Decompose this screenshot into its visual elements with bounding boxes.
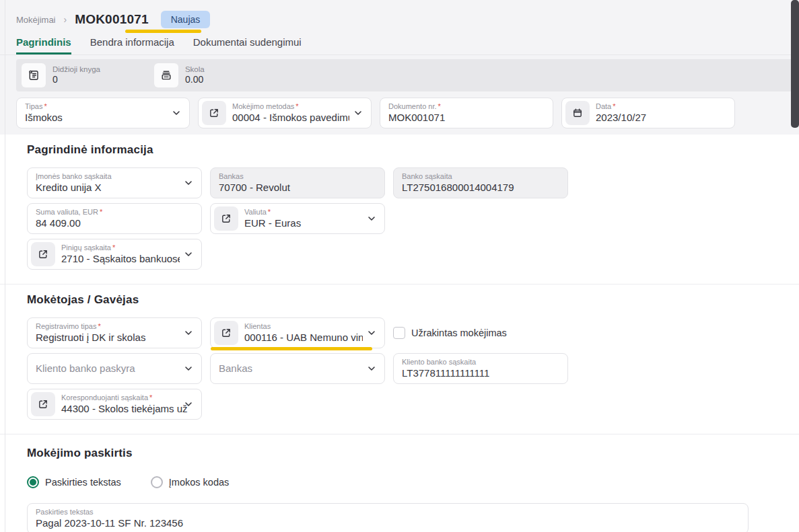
- summary-item-debt[interactable]: Skola 0.00: [154, 63, 205, 87]
- field-label: Mokėjimo metodas*: [232, 102, 349, 111]
- radio-imokos-kodas[interactable]: Įmokos kodas: [151, 476, 229, 488]
- field-label: Tipas*: [25, 102, 168, 111]
- tipas-select[interactable]: Tipas* Išmokos: [16, 98, 190, 128]
- pinigu-saskaita-select[interactable]: Pinigų sąskaita* 2710 - Sąskaitos bankuo…: [27, 239, 202, 270]
- dokumento-nr-input[interactable]: Dokumento nr.* MOK001071: [380, 98, 553, 128]
- scrollbar-thumb[interactable]: [791, 0, 799, 128]
- field-value: EUR - Euras: [244, 217, 363, 230]
- field-value: 44300 - Skolos tiekėjams už prekė: [61, 402, 188, 416]
- summary-bar: Didžioji knyga 0 Skola 0.00: [16, 59, 799, 91]
- valiuta-select[interactable]: Valiuta* EUR - Euras: [210, 203, 385, 234]
- field-value: 000116 - UAB Nemuno vingis: [244, 331, 363, 344]
- radio-paskirties-tekstas[interactable]: Paskirties tekstas: [27, 476, 121, 488]
- checkbox-icon[interactable]: [393, 327, 405, 339]
- suma-valiuta-input[interactable]: Suma valiuta, EUR* 84 409.00: [27, 203, 202, 234]
- imones-banko-saskaita-select[interactable]: Įmonės banko sąskaita Kredito unija X: [27, 167, 202, 198]
- kliento-banko-saskaita-input[interactable]: Kliento banko sąskaita LT377811111111111: [393, 353, 568, 384]
- field-label: Įmonės banko sąskaita: [36, 172, 180, 181]
- field-value: 84 409.00: [36, 217, 193, 230]
- printer-icon: [154, 63, 178, 87]
- chevron-down-icon: [184, 178, 193, 188]
- radio-label: Paskirties tekstas: [45, 477, 121, 488]
- summary-value: 0: [53, 74, 100, 86]
- klientas-select[interactable]: Klientas 000116 - UAB Nemuno vingis: [210, 317, 385, 348]
- section-mokejimo-paskirtis: Mokėjimo paskirtis Paskirties tekstas Įm…: [0, 434, 799, 532]
- field-label: Valiuta*: [244, 207, 363, 217]
- tab-bendra-informacija[interactable]: Bendra informacija: [90, 36, 174, 54]
- section-title: Pagrindinė informacija: [27, 143, 783, 157]
- form-content: Pagrindinė informacija Įmonės banko sąsk…: [0, 135, 799, 532]
- external-link-icon[interactable]: [31, 242, 55, 266]
- field-value: Registruoti į DK ir skolas: [36, 331, 180, 344]
- field-value: LT377811111111111: [402, 367, 559, 380]
- mokejimo-metodas-select[interactable]: Mokėjimo metodas* 00004 - Išmokos pavedi…: [198, 98, 372, 128]
- field-value: Pagal 2023-10-11 SF Nr. 123456: [36, 517, 740, 530]
- field-label: Banko sąskaita: [402, 172, 559, 181]
- summary-item-ledger[interactable]: Didžioji knyga 0: [22, 63, 100, 87]
- external-link-icon[interactable]: [31, 392, 55, 416]
- section-pagrindine-informacija: Pagrindinė informacija Įmonės banko sąsk…: [0, 135, 799, 284]
- external-link-icon[interactable]: [214, 321, 238, 345]
- section-moketojas-gavejas: Mokėtojas / Gavėjas Registravimo tipas* …: [0, 284, 799, 434]
- section-title: Mokėtojas / Gavėjas: [27, 293, 783, 307]
- chevron-down-icon: [172, 108, 181, 118]
- external-link-icon[interactable]: [202, 101, 226, 125]
- field-label: Pinigų sąskaita*: [61, 243, 180, 252]
- radio-selected-icon[interactable]: [27, 476, 39, 488]
- field-value: 2710 - Sąskaitos bankuose: [61, 252, 180, 266]
- chevron-down-icon: [184, 364, 193, 373]
- highlight-underline-klientas: [211, 347, 372, 350]
- koresponduojanti-saskaita-select[interactable]: Koresponduojanti sąskaita* 44300 - Skolo…: [27, 389, 202, 420]
- chevron-down-icon: [367, 364, 376, 373]
- checkbox-label: Užrakintas mokėjimas: [411, 328, 507, 338]
- field-label: Paskirties tekstas: [36, 507, 740, 517]
- field-label: Suma valiuta, EUR*: [36, 207, 193, 217]
- chevron-down-icon: [353, 108, 363, 118]
- field-value: LT275016800014004179: [402, 181, 559, 194]
- field-label: Registravimo tipas*: [36, 321, 180, 331]
- purpose-radio-group: Paskirties tekstas Įmokos kodas: [27, 476, 783, 488]
- chevron-down-icon: [184, 328, 193, 338]
- radio-unselected-icon[interactable]: [151, 476, 163, 488]
- tab-dokumentai-sudengimui[interactable]: Dokumentai sudengimui: [193, 36, 302, 54]
- paskirties-tekstas-input[interactable]: Paskirties tekstas Pagal 2023-10-11 SF N…: [27, 503, 749, 532]
- summary-value: 0.00: [185, 74, 205, 86]
- field-placeholder: Kliento banko paskyra: [36, 362, 180, 375]
- field-value: Kredito unija X: [36, 181, 180, 194]
- chevron-down-icon: [184, 250, 193, 259]
- breadcrumb: Mokėjimai › MOK001071 Naujas: [0, 0, 799, 28]
- uzrakintas-mokejimas-checkbox[interactable]: Užrakintas mokėjimas: [393, 317, 507, 348]
- summary-label: Didžioji knyga: [53, 65, 100, 74]
- chevron-down-icon: [184, 400, 193, 409]
- section-title: Mokėjimo paskirtis: [27, 447, 783, 460]
- field-placeholder: Bankas: [219, 362, 363, 375]
- data-datepicker[interactable]: Data* 2023/10/27: [561, 98, 735, 128]
- field-label: Data*: [596, 102, 726, 111]
- summary-label: Skola: [185, 65, 205, 74]
- highlight-underline-badge: [125, 30, 201, 33]
- tab-bar: Pagrindinis Bendra informacija Dokumenta…: [0, 36, 799, 55]
- radio-label: Įmokos kodas: [169, 477, 229, 488]
- bankas-readonly-field: Bankas 70700 - Revolut: [210, 167, 385, 198]
- field-value: MOK001071: [388, 111, 545, 124]
- header-fields-row: Tipas* Išmokos Mokėjimo metodas* 00004 -…: [16, 98, 799, 128]
- tab-pagrindinis[interactable]: Pagrindinis: [16, 36, 71, 54]
- field-label: Bankas: [219, 172, 376, 181]
- registravimo-tipas-select[interactable]: Registravimo tipas* Registruoti į DK ir …: [27, 317, 202, 348]
- field-value: 2023/10/27: [596, 111, 726, 124]
- panel-edge-line: [5, 0, 5, 532]
- banko-saskaita-readonly-field: Banko sąskaita LT275016800014004179: [393, 167, 568, 198]
- bankas-select[interactable]: Bankas: [210, 353, 385, 384]
- chevron-down-icon: [367, 328, 376, 338]
- field-value: 70700 - Revolut: [219, 181, 376, 194]
- chevron-down-icon: [367, 214, 376, 223]
- kliento-banko-paskyra-select[interactable]: Kliento banko paskyra: [27, 353, 202, 384]
- field-label: Koresponduojanti sąskaita*: [61, 393, 188, 402]
- breadcrumb-parent-link[interactable]: Mokėjimai: [16, 15, 56, 25]
- status-badge: Naujas: [161, 11, 211, 28]
- breadcrumb-separator: ›: [64, 14, 67, 25]
- external-link-icon[interactable]: [214, 206, 238, 231]
- field-label: Klientas: [244, 321, 363, 331]
- page-title: MOK001071: [75, 12, 149, 27]
- calendar-icon[interactable]: [565, 101, 590, 125]
